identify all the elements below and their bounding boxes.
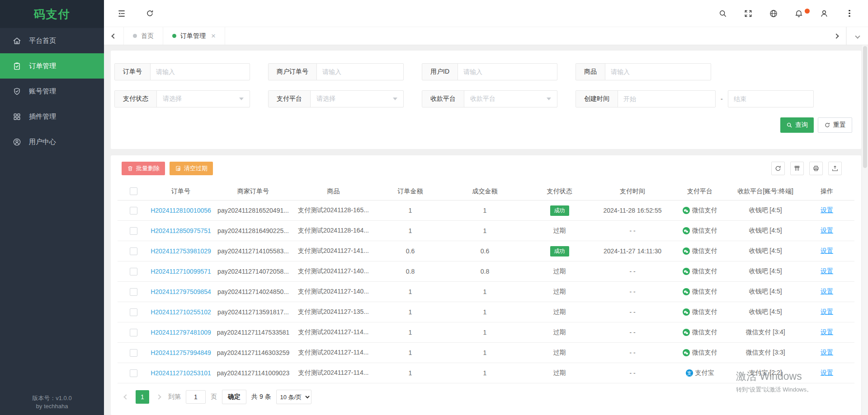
merchant-order-no-label: 商户订单号 — [269, 64, 317, 80]
table-row: H2024112710099571 pay2024112714072058...… — [118, 261, 854, 282]
create-time-end-input[interactable] — [728, 90, 814, 107]
order-no-input[interactable] — [151, 64, 250, 80]
settings-link[interactable]: 设置 — [821, 369, 833, 377]
sidebar-item-order-management[interactable]: 订单管理 — [0, 53, 104, 79]
create-time-start-input[interactable] — [618, 91, 715, 107]
next-page-button[interactable] — [154, 390, 163, 404]
scrollbar-thumb[interactable] — [863, 46, 867, 168]
more-menu-icon[interactable] — [844, 9, 854, 19]
sidebar-item-platform-home[interactable]: 平台首页 — [0, 28, 104, 53]
page-size-select[interactable]: 10 条/页 — [276, 390, 311, 404]
row-checkbox[interactable] — [130, 308, 137, 316]
watermark-subtitle: 转到“设置”以激活 Windows。 — [736, 386, 812, 394]
goto-page-input[interactable] — [186, 390, 206, 404]
reset-button[interactable]: 重置 — [818, 117, 852, 133]
table-row: H2024112797509854 pay2024112714024850...… — [118, 282, 854, 302]
order-no-link[interactable]: H2024112753981029 — [151, 247, 211, 255]
order-amount-cell: 1 — [373, 207, 448, 214]
main-area: 首页 订单管理 × 订单号 商户订单号 — [104, 0, 868, 415]
wechat-pay-icon — [683, 247, 690, 255]
order-no-link[interactable]: H2024112710255102 — [151, 308, 211, 316]
settings-link[interactable]: 设置 — [821, 206, 833, 214]
refresh-page-icon[interactable] — [145, 9, 155, 19]
order-no-link[interactable]: H2024112797481009 — [151, 329, 211, 336]
confirm-page-button[interactable]: 确定 — [222, 390, 246, 404]
tab-home[interactable]: 首页 — [124, 27, 163, 45]
export-icon[interactable] — [828, 162, 842, 175]
fullscreen-icon[interactable] — [743, 9, 753, 19]
order-no-link[interactable]: H2024112810010056 — [151, 207, 211, 214]
order-no-link[interactable]: H2024112710099571 — [151, 268, 211, 275]
settings-link[interactable]: 设置 — [821, 349, 833, 357]
search-button[interactable]: 查询 — [780, 117, 814, 133]
merchant-order-no-input[interactable] — [317, 64, 403, 80]
pay-time-cell: 2024-11-28 16:52:55 — [597, 207, 668, 214]
row-checkbox[interactable] — [130, 349, 137, 357]
row-checkbox[interactable] — [130, 227, 137, 235]
tabbar-spacer — [225, 27, 826, 45]
wechat-pay-icon — [683, 329, 690, 336]
table-tool-icons — [771, 162, 842, 175]
row-checkbox[interactable] — [130, 207, 137, 214]
order-no-link[interactable]: H2024112710253101 — [151, 369, 211, 377]
user-id-input[interactable] — [458, 64, 557, 80]
tab-label: 首页 — [141, 32, 154, 40]
tabs-prev-button[interactable] — [104, 27, 124, 45]
col-header: 商品 — [294, 187, 373, 196]
row-checkbox[interactable] — [130, 247, 137, 255]
batch-delete-button[interactable]: 批量删除 — [122, 162, 165, 175]
tab-order-management[interactable]: 订单管理 × — [163, 27, 225, 45]
search-icon[interactable] — [718, 9, 728, 19]
settings-link[interactable]: 设置 — [821, 267, 833, 275]
order-no-link[interactable]: H2024112757994849 — [151, 349, 211, 356]
row-checkbox[interactable] — [130, 288, 137, 296]
settings-link[interactable]: 设置 — [821, 328, 833, 336]
clear-expired-button[interactable]: 清空过期 — [170, 162, 213, 175]
product-cell: 支付测试20241127-140... — [294, 288, 373, 296]
select-all-checkbox[interactable] — [130, 187, 137, 195]
row-checkbox[interactable] — [130, 329, 137, 336]
sidebar-menu: 平台首页 订单管理 账号管理 插件管理 — [0, 28, 104, 154]
row-checkbox[interactable] — [130, 369, 137, 377]
goto-suffix: 页 — [211, 393, 217, 401]
notification-bell-icon[interactable] — [794, 9, 804, 19]
tabs-operations-button[interactable] — [846, 27, 868, 45]
order-no-link[interactable]: H2024112797509854 — [151, 288, 211, 295]
current-page[interactable]: 1 — [136, 390, 149, 404]
pay-status-select[interactable]: 请选择 — [157, 91, 250, 107]
content-area: 订单号 商户订单号 用户ID 商品 — [104, 45, 868, 415]
pay-platform-cell: 微信支付 — [668, 247, 731, 255]
settings-link[interactable]: 设置 — [821, 227, 833, 235]
status-badge: 成功 — [550, 246, 569, 256]
receive-platform-select[interactable]: 收款平台 — [464, 91, 557, 107]
sidebar-item-user-center[interactable]: 用户中心 — [0, 129, 104, 154]
user-profile-icon[interactable] — [819, 9, 829, 19]
close-tab-icon[interactable]: × — [211, 32, 216, 40]
sidebar-item-plugin-management[interactable]: 插件管理 — [0, 104, 104, 129]
column-filter-icon[interactable] — [790, 162, 804, 175]
print-icon[interactable] — [809, 162, 823, 175]
app-root: 码支付 平台首页 订单管理 账号管理 — [0, 0, 868, 415]
tab-dot-icon — [172, 34, 176, 38]
prev-page-button[interactable] — [122, 390, 131, 404]
settings-link[interactable]: 设置 — [821, 288, 833, 296]
order-table: 订单号 商家订单号 商品 订单金额 成交金额 支付状态 支付时间 支付平台 收款… — [118, 182, 854, 383]
product-input[interactable] — [605, 64, 711, 80]
payment-platform-label: 微信支付 — [692, 267, 717, 275]
language-globe-icon[interactable] — [769, 9, 778, 19]
settings-link[interactable]: 设置 — [821, 247, 833, 255]
tabs-next-button[interactable] — [826, 27, 846, 45]
sidebar-item-account-management[interactable]: 账号管理 — [0, 79, 104, 104]
settings-link[interactable]: 设置 — [821, 308, 833, 316]
merchant-order-no-cell: pay202411271146303259 — [212, 349, 294, 356]
collapse-menu-icon[interactable] — [117, 9, 127, 19]
order-clipboard-icon — [12, 61, 21, 70]
table-row: H2024112810010056 pay2024112816520491...… — [118, 201, 854, 221]
paid-amount-cell: 1 — [448, 207, 522, 214]
col-header: 支付状态 — [522, 187, 597, 196]
order-no-link[interactable]: H2024112850975751 — [151, 227, 211, 234]
order-amount-cell: 0.8 — [373, 268, 448, 275]
table-refresh-icon[interactable] — [771, 162, 785, 175]
row-checkbox[interactable] — [130, 268, 137, 275]
pay-platform-select[interactable]: 请选择 — [311, 91, 403, 107]
